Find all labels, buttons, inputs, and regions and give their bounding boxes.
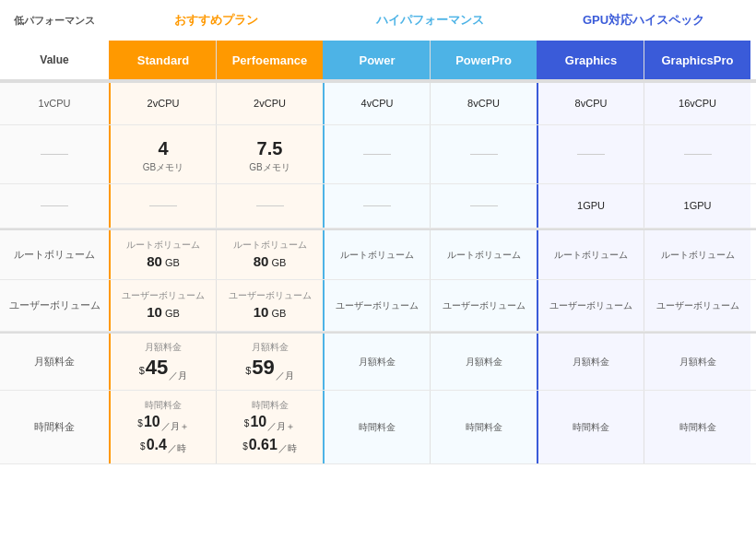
plan-graphicspro: GraphicsPro — [644, 41, 750, 79]
gpu-powerpro — [430, 184, 537, 228]
monthly-power: 月額料金 — [323, 334, 430, 390]
root-vol-performance: ルートボリューム 80 GB — [216, 230, 323, 279]
cat-gpu: GPU対応ハイスペック — [537, 0, 750, 41]
plan-standard: Standard — [109, 41, 216, 79]
gpu-graphics: 1GPU — [537, 184, 644, 228]
gpu-power — [323, 184, 430, 228]
gpu-performance — [216, 184, 323, 228]
cpu-powerpro: 8vCPU — [430, 83, 537, 124]
hourly-performance: 時間料金 $ 10 ／月＋ $ 0.61 ／時 — [216, 391, 323, 463]
user-vol-row: ユーザーボリューム ユーザーボリューム 10 GB ユーザーボリューム 10 G… — [0, 280, 756, 332]
monthly-powerpro: 月額料金 — [430, 334, 537, 390]
gpu-standard — [109, 184, 216, 228]
cpu-graphics: 8vCPU — [537, 83, 644, 124]
plan-power: Power — [323, 41, 430, 79]
root-vol-graphics: ルートボリューム — [537, 230, 644, 279]
hourly-label: 時間料金 — [0, 391, 109, 463]
user-vol-graphicspro: ユーザーボリューム — [644, 280, 750, 331]
memory-powerpro — [430, 125, 537, 183]
memory-graphicspro — [644, 125, 750, 183]
user-vol-label: ユーザーボリューム — [0, 280, 109, 331]
plan-graphics: Graphics — [537, 41, 644, 79]
monthly-row: 月額料金 月額料金 $ 45 ／月 月額料金 $ 59 ／月 月額料金 月額料金… — [0, 332, 756, 391]
category-header-row: 低パフォーマンス おすすめプラン ハイパフォーマンス GPU対応ハイスペック — [0, 0, 756, 41]
cat-low: 低パフォーマンス — [0, 0, 109, 41]
hourly-graphics: 時間料金 — [537, 391, 644, 463]
gpu-row: 1GPU 1GPU — [0, 184, 756, 229]
root-vol-label: ルートボリューム — [0, 230, 109, 279]
user-vol-graphics: ユーザーボリューム — [537, 280, 644, 331]
user-vol-power: ユーザーボリューム — [323, 280, 430, 331]
cpu-power: 4vCPU — [323, 83, 430, 124]
cat-recommended: おすすめプラン — [109, 0, 323, 41]
root-vol-row: ルートボリューム ルートボリューム 80 GB ルートボリューム 80 GB ル… — [0, 229, 756, 280]
plan-header-row: Value Standard Perfoemance Power PowerPr… — [0, 41, 756, 81]
plan-value: Value — [0, 41, 109, 79]
plan-performance: Perfoemance — [216, 41, 323, 79]
monthly-performance: 月額料金 $ 59 ／月 — [216, 334, 323, 390]
user-vol-performance: ユーザーボリューム 10 GB — [216, 280, 323, 331]
cpu-row: 1vCPU 2vCPU 2vCPU 4vCPU 8vCPU 8vCPU 16vC… — [0, 81, 756, 125]
hourly-power: 時間料金 — [323, 391, 430, 463]
cat-high: ハイパフォーマンス — [323, 0, 537, 41]
root-vol-standard: ルートボリューム 80 GB — [109, 230, 216, 279]
monthly-graphicspro: 月額料金 — [644, 334, 750, 390]
gpu-label — [0, 184, 109, 228]
root-vol-graphicspro: ルートボリューム — [644, 230, 750, 279]
memory-standard: 4 GBメモリ — [109, 125, 216, 183]
monthly-label: 月額料金 — [0, 334, 109, 390]
root-vol-powerpro: ルートボリューム — [430, 230, 537, 279]
memory-graphics — [537, 125, 644, 183]
hourly-standard: 時間料金 $ 10 ／月＋ $ 0.4 ／時 — [109, 391, 216, 463]
memory-row: 4 GBメモリ 7.5 GBメモリ — [0, 125, 756, 184]
root-vol-power: ルートボリューム — [323, 230, 430, 279]
user-vol-powerpro: ユーザーボリューム — [430, 280, 537, 331]
cpu-standard: 2vCPU — [109, 83, 216, 124]
plan-powerpro: PowerPro — [430, 41, 537, 79]
hourly-graphicspro: 時間料金 — [644, 391, 750, 463]
memory-label — [0, 125, 109, 183]
cpu-graphicspro: 16vCPU — [644, 83, 750, 124]
memory-power — [323, 125, 430, 183]
cpu-performance: 2vCPU — [216, 83, 323, 124]
pricing-table: 低パフォーマンス おすすめプラン ハイパフォーマンス GPU対応ハイスペック V… — [0, 0, 756, 551]
hourly-powerpro: 時間料金 — [430, 391, 537, 463]
memory-performance: 7.5 GBメモリ — [216, 125, 323, 183]
cpu-label: 1vCPU — [0, 83, 109, 124]
gpu-graphicspro: 1GPU — [644, 184, 750, 228]
user-vol-standard: ユーザーボリューム 10 GB — [109, 280, 216, 331]
hourly-row: 時間料金 時間料金 $ 10 ／月＋ $ 0.4 ／時 時間料金 $ 10 ／月… — [0, 391, 756, 464]
monthly-standard: 月額料金 $ 45 ／月 — [109, 334, 216, 390]
monthly-graphics: 月額料金 — [537, 334, 644, 390]
